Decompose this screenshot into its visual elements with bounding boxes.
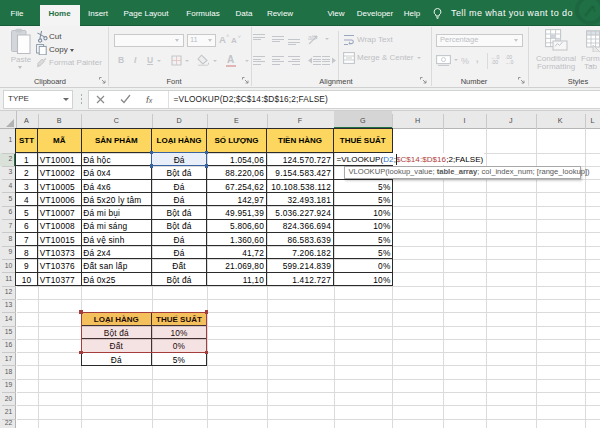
svg-text:ab: ab [308,34,316,41]
